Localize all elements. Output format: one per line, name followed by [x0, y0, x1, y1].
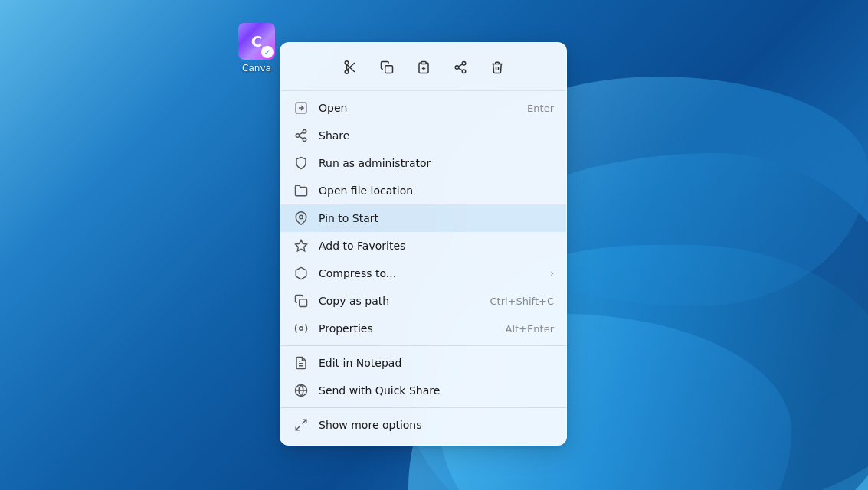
menu-item-open-location[interactable]: Open file location	[280, 177, 566, 204]
menu-item-edit-notepad[interactable]: Edit in Notepad	[280, 349, 566, 377]
menu-item-quick-share[interactable]: Send with Quick Share	[280, 377, 566, 404]
share-toolbar-icon	[454, 60, 467, 74]
svg-line-13	[458, 64, 462, 67]
svg-line-18	[299, 136, 303, 139]
paste-special-icon	[417, 60, 431, 74]
canva-desktop-icon[interactable]: C Canva	[230, 23, 283, 74]
menu-copy-path-shortcut: Ctrl+Shift+C	[490, 296, 554, 307]
star-icon	[293, 237, 310, 254]
svg-marker-21	[296, 240, 307, 251]
menu-more-options-label: Show more options	[319, 419, 554, 431]
menu-properties-label: Properties	[319, 322, 500, 335]
svg-line-12	[458, 68, 462, 70]
menu-separator-2	[280, 407, 566, 408]
menu-item-add-favorites[interactable]: Add to Favorites	[280, 232, 566, 260]
svg-rect-5	[385, 66, 392, 74]
svg-rect-6	[421, 62, 426, 64]
svg-point-0	[345, 70, 349, 74]
svg-line-29	[296, 426, 300, 430]
svg-point-9	[462, 62, 466, 66]
cut-button[interactable]	[335, 54, 365, 81]
context-menu-toolbar	[280, 49, 566, 91]
menu-share-label: Share	[319, 129, 554, 142]
menu-item-more-options[interactable]: Show more options	[280, 411, 566, 439]
svg-line-28	[303, 420, 306, 423]
delete-button[interactable]	[482, 54, 513, 81]
compress-chevron-icon: ›	[550, 268, 554, 279]
menu-copy-path-label: Copy as path	[319, 295, 483, 307]
notepad-icon	[293, 354, 310, 371]
copy-icon	[380, 60, 394, 74]
open-icon	[293, 100, 310, 116]
svg-line-19	[299, 132, 303, 135]
svg-point-20	[300, 215, 303, 219]
menu-quick-share-label: Send with Quick Share	[319, 384, 554, 397]
svg-point-1	[345, 61, 349, 65]
menu-compress-label: Compress to...	[319, 267, 544, 279]
menu-add-favorites-label: Add to Favorites	[319, 240, 554, 252]
menu-open-label: Open	[319, 102, 521, 114]
menu-open-shortcut: Enter	[527, 103, 554, 114]
svg-point-11	[462, 70, 466, 74]
canva-badge	[261, 46, 274, 58]
svg-point-23	[300, 327, 303, 331]
properties-icon	[293, 320, 310, 337]
canva-icon-label: Canva	[242, 63, 271, 74]
share-icon	[293, 127, 310, 144]
menu-item-compress[interactable]: Compress to... ›	[280, 260, 566, 287]
svg-point-17	[303, 138, 306, 142]
copy-path-icon	[293, 292, 310, 309]
menu-run-admin-label: Run as administrator	[319, 157, 554, 169]
delete-icon	[490, 60, 504, 74]
open-location-icon	[293, 182, 310, 199]
menu-item-pin-start[interactable]: Pin to Start	[280, 204, 566, 232]
svg-point-15	[303, 130, 306, 134]
run-admin-icon	[293, 155, 310, 172]
copy-button[interactable]	[372, 54, 402, 81]
cut-icon	[343, 60, 357, 74]
menu-item-share[interactable]: Share	[280, 122, 566, 149]
paste-special-button[interactable]	[408, 54, 439, 81]
menu-pin-start-label: Pin to Start	[319, 212, 554, 224]
menu-item-copy-path[interactable]: Copy as path Ctrl+Shift+C	[280, 287, 566, 315]
menu-open-location-label: Open file location	[319, 185, 554, 197]
pin-icon	[293, 210, 310, 227]
svg-rect-22	[300, 299, 307, 307]
context-menu: Open Enter Share Run as administrator Op…	[280, 42, 567, 446]
menu-properties-shortcut: Alt+Enter	[506, 323, 554, 335]
menu-edit-notepad-label: Edit in Notepad	[319, 357, 554, 369]
menu-separator-1	[280, 345, 566, 346]
svg-point-16	[296, 134, 300, 138]
quick-share-icon	[293, 382, 310, 399]
compress-icon	[293, 265, 310, 282]
canva-icon-image: C	[238, 23, 275, 60]
menu-item-run-admin[interactable]: Run as administrator	[280, 149, 566, 177]
more-options-icon	[293, 416, 310, 433]
menu-item-open[interactable]: Open Enter	[280, 94, 566, 122]
canva-letter: C	[251, 32, 263, 51]
svg-point-10	[455, 66, 459, 70]
share-toolbar-button[interactable]	[445, 54, 476, 81]
menu-item-properties[interactable]: Properties Alt+Enter	[280, 315, 566, 342]
